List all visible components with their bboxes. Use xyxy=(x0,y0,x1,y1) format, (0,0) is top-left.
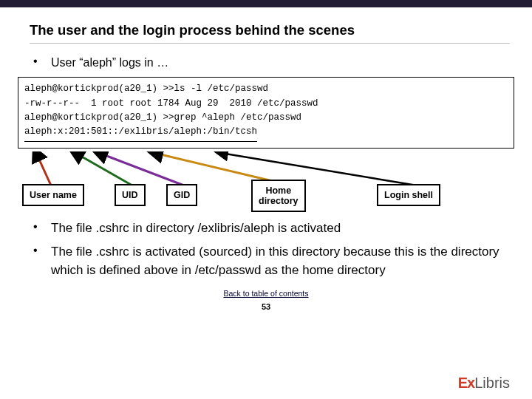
logo-libris: Libris xyxy=(474,375,510,391)
label-shell: Login shell xyxy=(377,184,440,206)
bullet-2-text: The file .cshrc in directory /exlibris/a… xyxy=(44,219,341,238)
code-line-4: aleph:x:201:501::/exlibris/aleph:/bin/tc… xyxy=(24,125,257,141)
bullet-3: • The file .cshrc is activated (sourced)… xyxy=(0,239,532,281)
bullet-dot: • xyxy=(33,54,44,68)
label-uid: UID xyxy=(115,184,146,206)
code-line-2: -rw-r--r-- 1 root root 1784 Aug 29 2010 … xyxy=(24,98,318,109)
label-username: User name xyxy=(22,184,84,206)
top-stripe xyxy=(0,0,532,7)
bullet-3-text: The file .cshrc is activated (sourced) i… xyxy=(44,243,510,279)
svg-line-4 xyxy=(221,153,417,185)
code-line-1: aleph@kortickprod(a20_1) >>ls -l /etc/pa… xyxy=(24,83,268,94)
exlibris-logo: ExLibris xyxy=(458,375,510,392)
svg-line-0 xyxy=(36,153,51,185)
label-home: Home directory xyxy=(251,180,306,213)
bullet-1-text: User “aleph” logs in … xyxy=(44,54,168,71)
svg-line-2 xyxy=(99,153,184,185)
back-to-toc-link[interactable]: Back to table of contents xyxy=(0,289,532,298)
bullet-1: • User “aleph” logs in … xyxy=(0,50,532,72)
title-underline xyxy=(30,43,510,44)
code-box: aleph@kortickprod(a20_1) >>ls -l /etc/pa… xyxy=(18,77,514,149)
page-number: 53 xyxy=(0,302,532,311)
bullet-2: • The file .cshrc in directory /exlibris… xyxy=(0,209,532,239)
labels-row: User name UID GID Home directory Login s… xyxy=(0,151,532,209)
code-line-3: aleph@kortickprod(a20_1) >>grep ^aleph /… xyxy=(24,112,301,123)
bullet-dot: • xyxy=(33,243,44,257)
bullet-dot: • xyxy=(33,219,44,233)
svg-line-1 xyxy=(75,153,132,185)
label-gid: GID xyxy=(166,184,197,206)
slide-title: The user and the login process behind th… xyxy=(30,22,510,38)
logo-ex: Ex xyxy=(458,375,474,391)
